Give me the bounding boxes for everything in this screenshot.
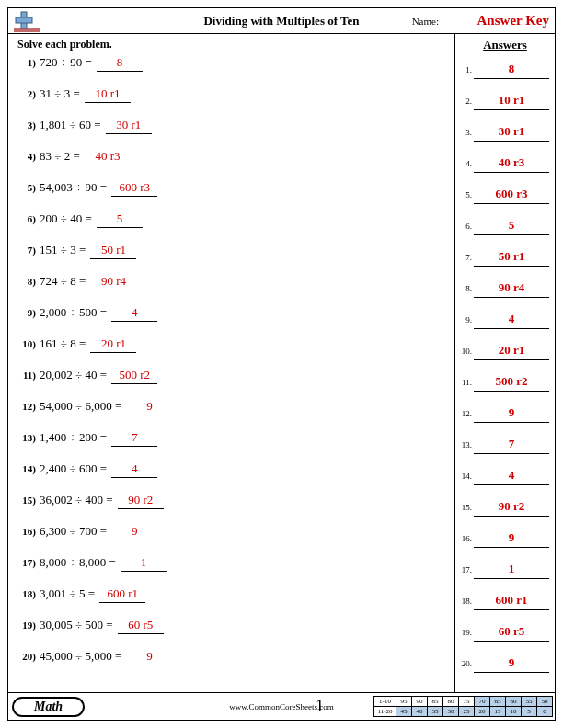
problem-number: 11) — [17, 370, 40, 381]
score-cell: 50 — [537, 697, 553, 707]
problem-expression: 36,002 ÷ 400 = — [40, 493, 116, 507]
problem-answer: 600 r3 — [111, 180, 157, 197]
instruction: Solve each problem. — [17, 38, 446, 51]
problem-row: 17)8,000 ÷ 8,000 = 1 — [17, 555, 446, 586]
problem-answer: 8 — [97, 55, 143, 72]
problem-expression: 1,400 ÷ 200 = — [40, 430, 109, 445]
score-cell: 45 — [396, 707, 412, 717]
answer-row: 5.600 r3 — [461, 187, 549, 218]
problem-row: 15)36,002 ÷ 400 = 90 r2 — [17, 493, 446, 524]
problem-row: 9)2,000 ÷ 500 = 4 — [17, 305, 446, 336]
problem-number: 2) — [17, 88, 40, 99]
answer-row: 7.50 r1 — [461, 249, 549, 280]
worksheet-page: Dividing with Multiples of Ten Name: Ans… — [7, 7, 556, 721]
problem-row: 1)720 ÷ 90 = 8 — [17, 55, 446, 86]
problem-number: 4) — [17, 151, 40, 162]
problem-number: 8) — [17, 276, 40, 287]
answer-number: 20. — [461, 659, 474, 668]
problem-answer: 30 r1 — [106, 118, 152, 134]
problem-answer: 1 — [121, 555, 167, 572]
problem-answer: 20 r1 — [90, 336, 136, 353]
problem-answer: 4 — [111, 461, 157, 478]
problem-row: 2)31 ÷ 3 = 10 r1 — [17, 86, 446, 118]
page-number: 1 — [316, 697, 324, 716]
answer-number: 16. — [461, 534, 474, 543]
problem-row: 18)3,001 ÷ 5 = 600 r1 — [17, 586, 446, 618]
answer-row: 20.9 — [461, 655, 549, 687]
answer-value: 600 r3 — [474, 187, 549, 204]
score-row: 11-20454035302520151050 — [374, 707, 553, 717]
answer-value: 9 — [474, 655, 549, 673]
score-cell: 75 — [459, 697, 475, 707]
answer-number: 15. — [461, 503, 474, 512]
answers-column: Answers 1.82.10 r13.30 r14.40 r35.600 r3… — [455, 34, 555, 692]
answer-row: 15.90 r2 — [461, 499, 549, 530]
problem-answer: 9 — [126, 649, 172, 665]
score-row: 1-1095908580757065605550 — [374, 697, 553, 707]
problem-expression: 1,801 ÷ 60 = — [40, 118, 104, 132]
problem-row: 20)45,000 ÷ 5,000 = 9 — [17, 649, 446, 680]
answer-value: 10 r1 — [474, 93, 549, 110]
problem-expression: 20,002 ÷ 40 = — [40, 368, 109, 382]
score-cell: 0 — [537, 707, 553, 717]
problem-expression: 31 ÷ 3 = — [40, 86, 83, 101]
answer-number: 5. — [461, 190, 474, 199]
problem-row: 16)6,300 ÷ 700 = 9 — [17, 524, 446, 555]
problem-answer: 4 — [111, 305, 157, 322]
score-cell: 10 — [506, 707, 522, 717]
problem-row: 3)1,801 ÷ 60 = 30 r1 — [17, 118, 446, 149]
answer-number: 13. — [461, 440, 474, 449]
answer-number: 9. — [461, 315, 474, 324]
score-cell: 55 — [522, 697, 537, 707]
score-row-label: 1-10 — [374, 697, 396, 707]
answer-row: 18.600 r1 — [461, 593, 549, 624]
answer-value: 600 r1 — [474, 593, 549, 610]
score-cell: 70 — [475, 697, 490, 707]
problem-row: 8)724 ÷ 8 = 90 r4 — [17, 274, 446, 305]
answer-value: 1 — [474, 562, 549, 579]
problem-expression: 54,000 ÷ 6,000 = — [40, 399, 124, 414]
problem-number: 5) — [17, 182, 40, 193]
subject-badge: Math — [12, 697, 85, 717]
answer-row: 4.40 r3 — [461, 155, 549, 187]
header: Dividing with Multiples of Ten Name: Ans… — [8, 8, 555, 34]
problem-row: 19)30,005 ÷ 500 = 60 r5 — [17, 618, 446, 649]
problem-answer: 50 r1 — [90, 243, 136, 259]
problem-number: 17) — [17, 557, 40, 568]
answer-number: 14. — [461, 472, 474, 481]
problem-number: 16) — [17, 526, 40, 537]
problem-expression: 200 ÷ 40 = — [40, 211, 95, 226]
problem-number: 10) — [17, 338, 40, 349]
problem-row: 6)200 ÷ 40 = 5 — [17, 211, 446, 243]
answer-value: 50 r1 — [474, 249, 549, 267]
answer-value: 60 r5 — [474, 624, 549, 642]
answer-number: 11. — [461, 378, 474, 387]
answer-value: 30 r1 — [474, 124, 549, 142]
score-cell: 85 — [428, 697, 443, 707]
score-cell: 5 — [522, 707, 537, 717]
score-grid: 1-109590858075706560555011-2045403530252… — [373, 696, 553, 717]
answer-value: 5 — [474, 218, 549, 235]
answer-row: 1.8 — [461, 62, 549, 93]
problem-number: 14) — [17, 463, 40, 474]
answer-number: 2. — [461, 97, 474, 106]
answer-value: 7 — [474, 437, 549, 454]
answer-row: 16.9 — [461, 530, 549, 562]
problem-expression: 2,400 ÷ 600 = — [40, 461, 109, 476]
answer-number: 17. — [461, 565, 474, 574]
problem-expression: 6,300 ÷ 700 = — [40, 524, 109, 539]
problem-answer: 7 — [111, 430, 157, 447]
score-cell: 90 — [412, 697, 428, 707]
score-row-label: 11-20 — [374, 707, 396, 717]
answer-row: 14.4 — [461, 468, 549, 499]
problem-number: 12) — [17, 401, 40, 412]
name-label: Name: — [412, 16, 439, 27]
answer-row: 8.90 r4 — [461, 280, 549, 312]
answer-number: 18. — [461, 597, 474, 606]
score-cell: 60 — [506, 697, 522, 707]
problem-number: 7) — [17, 245, 40, 256]
page-title: Dividing with Multiples of Ten — [203, 14, 359, 28]
answer-row: 3.30 r1 — [461, 124, 549, 155]
answer-row: 13.7 — [461, 437, 549, 468]
answer-value: 90 r2 — [474, 499, 549, 517]
